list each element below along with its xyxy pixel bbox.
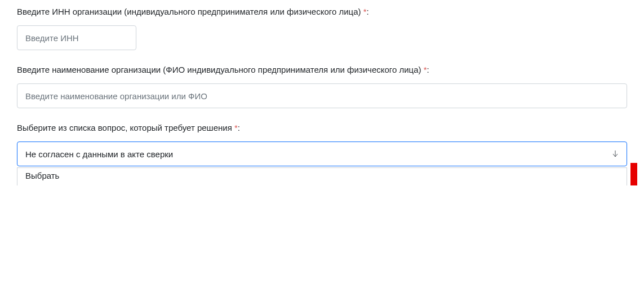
orgname-colon: : bbox=[427, 65, 429, 74]
chevron-down-icon bbox=[612, 151, 619, 157]
form-group-orgname: Введите наименование организации (ФИО ин… bbox=[17, 64, 627, 108]
inn-colon: : bbox=[367, 7, 369, 16]
question-select-wrapper: Не согласен с данными в акте сверки Выбр… bbox=[17, 141, 627, 166]
question-dropdown: ВыбратьДолга нет, а счет 'заблокирован' … bbox=[17, 167, 627, 185]
inn-label-text: Введите ИНН организации (индивидуального… bbox=[17, 7, 361, 16]
svg-rect-0 bbox=[630, 163, 637, 185]
inn-input[interactable] bbox=[17, 25, 136, 50]
question-select-value: Не согласен с данными в акте сверки bbox=[25, 149, 173, 159]
question-option-1[interactable]: Долга нет, а счет 'заблокирован' на сумм… bbox=[17, 184, 627, 185]
form-group-inn: Введите ИНН организации (индивидуального… bbox=[17, 6, 627, 50]
inn-label: Введите ИНН организации (индивидуального… bbox=[17, 6, 627, 17]
question-label-text: Выберите из списка вопрос, который требу… bbox=[17, 123, 232, 132]
question-label: Выберите из списка вопрос, который требу… bbox=[17, 122, 627, 134]
question-colon: : bbox=[238, 123, 240, 132]
question-select[interactable]: Не согласен с данными в акте сверки bbox=[17, 141, 627, 166]
form-group-question: Выберите из списка вопрос, который требу… bbox=[17, 122, 627, 166]
orgname-input[interactable] bbox=[17, 83, 627, 108]
orgname-label-text: Введите наименование организации (ФИО ин… bbox=[17, 65, 421, 74]
question-option-0[interactable]: Выбрать bbox=[17, 168, 627, 184]
orgname-label: Введите наименование организации (ФИО ин… bbox=[17, 64, 627, 76]
